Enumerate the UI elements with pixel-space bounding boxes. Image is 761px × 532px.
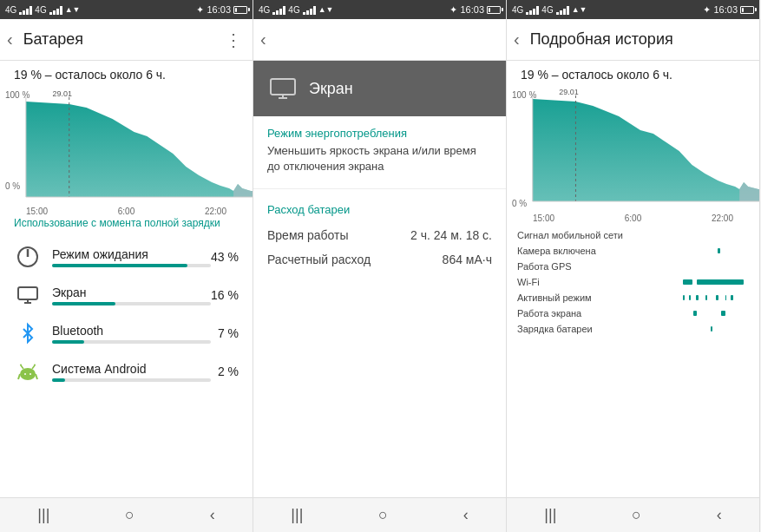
usage-bar-1	[52, 302, 115, 305]
legend-seg-5-1	[721, 311, 725, 316]
battery-fill-1	[235, 8, 237, 12]
signal-bars-1	[19, 4, 32, 15]
recent-button-2[interactable]: |||	[273, 501, 320, 529]
usage-bar-0	[52, 264, 187, 267]
home-button-3[interactable]: ○	[614, 501, 659, 529]
svg-marker-22	[533, 99, 759, 201]
usage-bar-2	[52, 340, 84, 344]
app-bar-3: ‹ Подробная история	[507, 19, 759, 61]
time-label-15-1: 15:00	[26, 207, 48, 216]
network-label-2: 4G	[35, 5, 46, 15]
signal-bars-2b	[303, 4, 316, 15]
recent-button-1[interactable]: |||	[20, 501, 67, 529]
bar3	[26, 9, 29, 15]
detail-row-0: Время работы 2 ч. 24 м. 18 с.	[253, 223, 506, 247]
legend-item-2: Работа GPS	[517, 259, 749, 274]
chart-label-0-1: 0 %	[5, 181, 20, 191]
chart-x-labels-1: 15:00 6:00 22:00	[0, 207, 253, 216]
legend-seg-4-1	[689, 295, 691, 300]
battery-indicator-3	[740, 6, 754, 14]
legend-label-6: Зарядка батареи	[517, 324, 679, 334]
recent-button-3[interactable]: |||	[527, 501, 574, 529]
network-label-2b: 4G	[288, 5, 299, 15]
legend-bars-1	[679, 248, 749, 253]
history-panel: 4G 4G ▲▼ ✦ 16:03 ‹ П	[507, 0, 760, 532]
back-button-2[interactable]: ‹	[260, 26, 273, 53]
legend-label-2: Работа GPS	[517, 261, 679, 272]
history-svg: 29.01	[507, 89, 759, 219]
legend-seg-4-6	[731, 295, 732, 300]
network-label-3a: 4G	[512, 5, 523, 15]
svg-rect-7	[18, 287, 37, 299]
back-nav-button-1[interactable]: ‹	[193, 501, 233, 529]
legend-bars-0	[679, 233, 749, 238]
legend-seg-5-0	[693, 311, 697, 316]
usage-bar-3	[52, 378, 65, 382]
usage-title-1: Использование с момента полной зарядки	[14, 217, 239, 229]
usage-pct-0: 43 %	[211, 250, 239, 264]
usage-item-3[interactable]: Система Android 2 %	[0, 352, 253, 391]
home-button-1[interactable]: ○	[108, 501, 152, 529]
time-3: 16:03	[713, 4, 738, 15]
legend-seg-4-4	[716, 295, 718, 300]
legend-seg-4-3	[705, 295, 707, 300]
home-button-2[interactable]: ○	[361, 501, 405, 529]
usage-name-3: Система Android	[52, 362, 211, 376]
monitor-icon	[14, 281, 42, 309]
usage-bar-wrap-1	[52, 302, 211, 305]
nav-bar-1: ||| ○ ‹	[0, 497, 253, 532]
battery-usage-section: Расход батареи	[253, 193, 506, 223]
power-icon	[14, 243, 42, 271]
back-nav-button-3[interactable]: ‹	[699, 501, 739, 529]
signal-bars-2a	[272, 4, 285, 15]
bt-status-icon-2: ✦	[449, 4, 457, 16]
back-nav-button-2[interactable]: ‹	[446, 501, 486, 529]
bar4b	[60, 6, 62, 15]
history-legend: Сигнал мобильной сети Камера включена Ра…	[507, 227, 759, 497]
legend-seg-3-0	[683, 279, 692, 285]
detail-label-0: Время работы	[267, 228, 349, 242]
svg-rect-19	[271, 79, 295, 95]
detail-value-1: 864 мА·ч	[443, 253, 492, 266]
usage-bar-wrap-3	[52, 378, 211, 382]
legend-item-0: Сигнал мобильной сети	[517, 227, 749, 243]
svg-point-13	[24, 373, 26, 375]
time-label-22-1: 22:00	[205, 207, 226, 216]
usage-info-2: Bluetooth	[52, 324, 211, 344]
usage-item-2[interactable]: Bluetooth 7 %	[0, 314, 253, 352]
usage-item-0[interactable]: Режим ожидания 43 %	[0, 238, 253, 276]
legend-label-3: Wi-Fi	[517, 277, 679, 287]
back-button-3[interactable]: ‹	[514, 26, 527, 53]
chart-marker-1: 29.01	[53, 89, 72, 98]
app-bar-2: ‹	[253, 19, 506, 61]
usage-item-1[interactable]: Экран 16 %	[0, 276, 253, 314]
legend-label-0: Сигнал мобильной сети	[517, 230, 679, 240]
legend-item-1: Камера включена	[517, 243, 749, 259]
svg-line-11	[18, 374, 20, 379]
battery-summary-1: 19 % – осталось около 6 ч.	[0, 61, 253, 89]
svg-text:29.01: 29.01	[559, 89, 578, 96]
app-bar-1: ‹ Батарея ⋮	[0, 19, 253, 61]
battery-indicator-2	[487, 6, 501, 14]
svg-point-14	[30, 373, 31, 375]
app-title-3: Подробная история	[527, 30, 752, 49]
usage-name-0: Режим ожидания	[52, 247, 211, 261]
legend-seg-6-0	[711, 326, 712, 332]
usage-info-3: Система Android	[52, 362, 211, 382]
battery-fill-3	[742, 8, 744, 12]
usage-pct-3: 2 %	[211, 365, 239, 378]
detail-row-1: Расчетный расход 864 мА·ч	[253, 247, 506, 272]
energy-mode-section: Режим энергопотребления Уменьшить яркост…	[253, 116, 506, 185]
more-button-1[interactable]: ⋮	[221, 26, 246, 54]
legend-bars-4	[679, 295, 749, 300]
bar4	[30, 6, 32, 15]
svg-point-18	[34, 365, 36, 366]
svg-line-16	[32, 365, 35, 369]
svg-marker-23	[739, 182, 759, 201]
legend-seg-4-5	[725, 295, 727, 300]
back-button-1[interactable]: ‹	[7, 26, 20, 53]
legend-bars-2	[679, 264, 749, 269]
status-right-1: ✦ 16:03	[196, 4, 247, 16]
time-2: 16:03	[460, 4, 484, 15]
battery-indicator-1	[233, 6, 247, 14]
